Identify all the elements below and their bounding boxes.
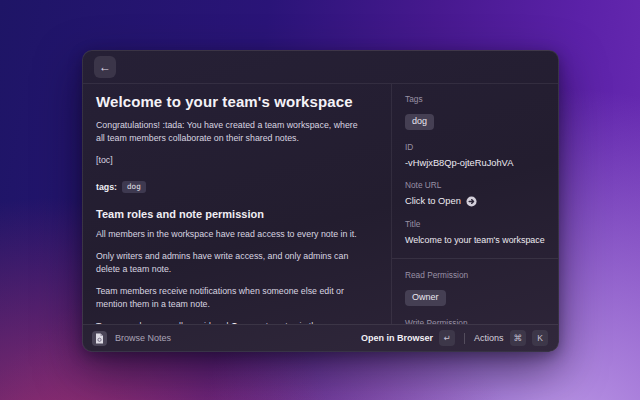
window-header: ←: [83, 51, 558, 84]
footer-divider: [464, 333, 465, 344]
note-paragraph-intro: Congratulations! :tada: You have created…: [96, 119, 378, 145]
metadata-id-label: ID: [405, 142, 545, 152]
note-tag-chip: dog: [122, 181, 146, 193]
note-tags-line: tags: dog: [96, 181, 378, 193]
note-preview: Welcome to your team's workspace Congrat…: [83, 84, 392, 324]
action-bar-right: Open in Browser ↵ Actions ⌘ K: [361, 330, 548, 346]
action-bar-left: Browse Notes: [92, 331, 361, 346]
note-paragraph-write: Only writers and admins have write acces…: [96, 250, 378, 276]
metadata-divider: [392, 258, 558, 259]
tag-chip: dog: [405, 114, 434, 130]
metadata-id: ID -vHwjxB8Qp-ojteRuJohVA: [405, 142, 545, 168]
metadata-title-value: Welcome to your team's workspace: [405, 235, 545, 245]
actions-menu-button[interactable]: Actions: [474, 333, 504, 343]
note-url-link[interactable]: Click to Open: [405, 196, 545, 207]
metadata-id-value: -vHwjxB8Qp-ojteRuJohVA: [405, 158, 545, 168]
note-app-icon: [92, 331, 107, 346]
action-bar: Browse Notes Open in Browser ↵ Actions ⌘…: [83, 324, 558, 351]
command-name: Browse Notes: [115, 333, 171, 343]
back-button[interactable]: ←: [94, 56, 116, 78]
metadata-note-url: Note URL Click to Open: [405, 180, 545, 207]
metadata-note-url-label: Note URL: [405, 180, 545, 190]
metadata-read-permission: Read Permission Owner: [405, 270, 545, 306]
window-body: Welcome to your team's workspace Congrat…: [83, 84, 558, 324]
metadata-tags-label: Tags: [405, 94, 545, 104]
metadata-tags: Tags dog: [405, 94, 545, 130]
metadata-title: Title Welcome to your team's workspace: [405, 219, 545, 245]
note-title: Welcome to your team's workspace: [96, 93, 378, 110]
note-paragraph-notify: Team members receive notifications when …: [96, 285, 378, 311]
cmd-key-badge: ⌘: [510, 330, 527, 346]
k-key-badge: K: [532, 330, 548, 346]
primary-action-button[interactable]: Open in Browser: [361, 333, 433, 343]
back-arrow-icon: ←: [99, 60, 111, 74]
note-toc: [toc]: [96, 154, 378, 167]
read-permission-badge: Owner: [405, 290, 446, 306]
read-permission-label: Read Permission: [405, 270, 545, 280]
note-section-heading: Team roles and note permission: [96, 208, 378, 220]
note-url-text: Click to Open: [405, 196, 461, 206]
launcher-window: ← Welcome to your team's workspace Congr…: [82, 50, 559, 352]
metadata-title-label: Title: [405, 219, 545, 229]
metadata-sidebar: Tags dog ID -vHwjxB8Qp-ojteRuJohVA Note …: [392, 84, 558, 324]
document-icon: [95, 333, 104, 344]
note-tags-label: tags:: [96, 182, 117, 192]
enter-key-badge: ↵: [439, 330, 455, 346]
open-link-icon: [466, 196, 477, 207]
note-paragraph-read: All members in the workspace have read a…: [96, 228, 378, 241]
